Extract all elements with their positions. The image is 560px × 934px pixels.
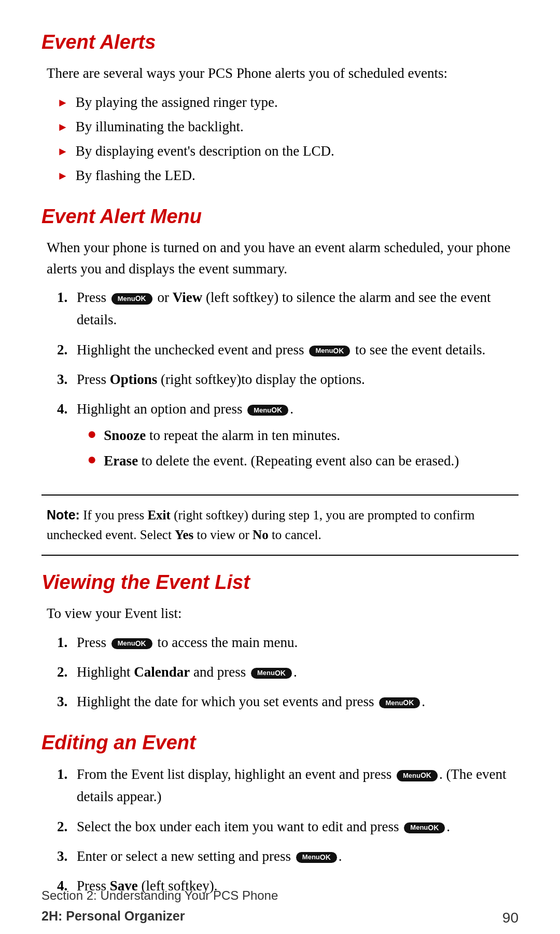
vel-step-1: 1. Press MenuOK to access the main menu. [57,631,519,654]
bullet-text-4: By flashing the LED. [76,164,195,187]
step-1-text: Press MenuOK or View (left softkey) to s… [77,286,519,331]
dot-bullet-icon: ● [87,450,96,469]
menu-ok-btn: MenuOK [251,668,292,679]
bullet-item-1: ► By playing the assigned ringer type. [57,91,519,114]
event-alerts-bullets: ► By playing the assigned ringer type. ►… [57,91,519,187]
viewing-event-list-steps: 1. Press MenuOK to access the main menu.… [57,631,519,713]
event-alert-menu-section: Event Alert Menu When your phone is turn… [41,205,519,475]
bullet-item-4: ► By flashing the LED. [57,164,519,187]
ee-step-1-num: 1. [57,763,71,786]
step-4-sub-list: ● Snooze to repeat the alarm in ten minu… [87,424,459,472]
vel-step-3: 3. Highlight the date for which you set … [57,691,519,713]
bullet-text-2: By illuminating the backlight. [76,116,244,138]
vel-step-1-text: Press MenuOK to access the main menu. [77,631,298,654]
footer-chapter: 2H: Personal Organizer [41,905,278,926]
footer-section: Section 2: Understanding Your PCS Phone [41,886,278,905]
ee-step-3-text: Enter or select a new setting and press … [77,845,342,868]
menu-ok-btn: MenuOK [296,852,337,863]
event-alerts-intro: There are several ways your PCS Phone al… [47,63,519,84]
menu-ok-btn: MenuOK [247,405,288,416]
bullet-item-2: ► By illuminating the backlight. [57,116,519,138]
bullet-arrow-icon: ► [57,93,68,112]
step-3-num: 3. [57,368,71,391]
step-2: 2. Highlight the unchecked event and pre… [57,339,519,361]
event-alert-menu-title: Event Alert Menu [41,205,519,228]
step-4: 4. Highlight an option and press MenuOK.… [57,398,519,476]
bullet-item-3: ► By displaying event's description on t… [57,140,519,162]
note-text: If you press Exit (right softkey) during… [47,508,475,542]
viewing-event-list-title: Viewing the Event List [41,571,519,594]
event-alerts-title: Event Alerts [41,31,519,53]
sub-bullet-snooze: ● Snooze to repeat the alarm in ten minu… [87,424,459,447]
dot-bullet-icon: ● [87,424,96,443]
sub-bullet-erase: ● Erase to delete the event. (Repeating … [87,450,459,472]
menu-ok-btn: MenuOK [111,638,152,649]
vel-step-3-text: Highlight the date for which you set eve… [77,691,425,713]
viewing-event-list-section: Viewing the Event List To view your Even… [41,571,519,713]
ee-step-1: 1. From the Event list display, highligh… [57,763,519,808]
bullet-arrow-icon: ► [57,118,68,136]
menu-ok-btn: MenuOK [379,697,420,708]
step-3-text: Press Options (right softkey)to display … [77,368,365,391]
footer-left: Section 2: Understanding Your PCS Phone … [41,886,278,926]
ee-step-3: 3. Enter or select a new setting and pre… [57,845,519,868]
step-4-num: 4. [57,398,71,420]
ee-step-3-num: 3. [57,845,71,868]
note-bold-label: Note: [47,507,80,522]
bullet-text-3: By displaying event's description on the… [76,140,334,162]
step-1-num: 1. [57,286,71,309]
sub-bullet-snooze-text: Snooze to repeat the alarm in ten minute… [104,424,340,447]
ee-step-2-text: Select the box under each item you want … [77,816,450,838]
menu-ok-btn: MenuOK [404,822,445,833]
event-alerts-section: Event Alerts There are several ways your… [41,31,519,187]
vel-step-3-num: 3. [57,691,71,713]
editing-event-section: Editing an Event 1. From the Event list … [41,732,519,897]
footer-page: 90 [502,910,519,926]
menu-ok-btn: MenuOK [111,293,152,304]
vel-step-1-num: 1. [57,631,71,654]
menu-ok-btn: MenuOK [397,770,438,781]
step-2-text: Highlight the unchecked event and press … [77,339,485,361]
vel-step-2: 2. Highlight Calendar and press MenuOK. [57,661,519,683]
step-2-num: 2. [57,339,71,361]
event-alert-menu-intro: When your phone is turned on and you hav… [47,237,519,279]
menu-ok-btn: MenuOK [309,346,350,356]
editing-event-title: Editing an Event [41,732,519,754]
bullet-arrow-icon: ► [57,167,68,185]
ee-step-1-text: From the Event list display, highlight a… [77,763,519,808]
step-1: 1. Press MenuOK or View (left softkey) t… [57,286,519,331]
bullet-text-1: By playing the assigned ringer type. [76,91,278,114]
ee-step-2: 2. Select the box under each item you wa… [57,816,519,838]
viewing-event-list-intro: To view your Event list: [47,603,519,624]
step-3: 3. Press Options (right softkey)to displ… [57,368,519,391]
event-alert-menu-steps: 1. Press MenuOK or View (left softkey) t… [57,286,519,475]
note-box: Note: If you press Exit (right softkey) … [41,495,519,556]
vel-step-2-text: Highlight Calendar and press MenuOK. [77,661,297,683]
editing-event-steps: 1. From the Event list display, highligh… [57,763,519,897]
ee-step-2-num: 2. [57,816,71,838]
vel-step-2-num: 2. [57,661,71,683]
step-4-text: Highlight an option and press MenuOK. ● … [77,398,459,476]
footer: Section 2: Understanding Your PCS Phone … [41,886,519,926]
bullet-arrow-icon: ► [57,142,68,160]
sub-bullet-erase-text: Erase to delete the event. (Repeating ev… [104,450,459,472]
